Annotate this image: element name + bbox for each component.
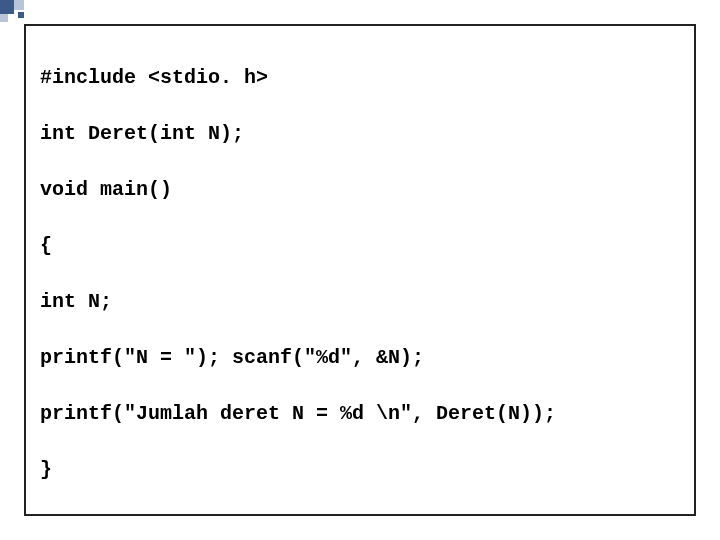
code-line: int N; — [40, 288, 680, 316]
code-line: { — [40, 232, 680, 260]
code-line: int Deret(int N); — [40, 120, 680, 148]
code-line: } — [40, 456, 680, 484]
code-line: void main() — [40, 176, 680, 204]
code-line: #include <stdio. h> — [40, 64, 680, 92]
code-line: printf("Jumlah deret N = %d \n", Deret(N… — [40, 400, 680, 428]
code-block: #include <stdio. h> int Deret(int N); vo… — [24, 24, 696, 516]
code-line: printf("N = "); scanf("%d", &N); — [40, 344, 680, 372]
